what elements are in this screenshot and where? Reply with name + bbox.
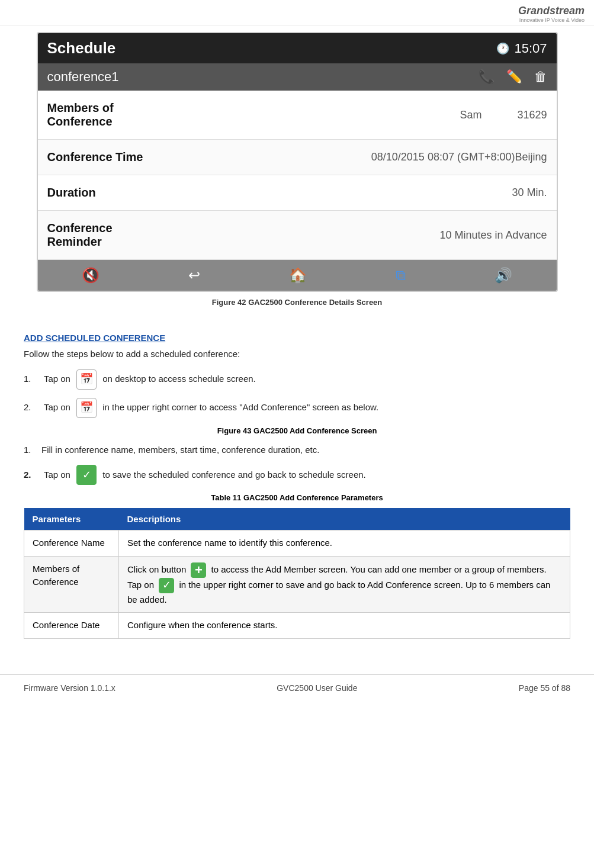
table-row-members: Members of Conference Click on button + …: [24, 556, 570, 613]
check-icon-box2: ✓: [159, 578, 174, 593]
conference-time-label: Conference Time: [47, 150, 143, 164]
page-footer: Firmware Version 1.0.1.x GVC2500 User Gu…: [0, 674, 594, 701]
bottom-nav: 🔇 ↩ 🏠 ⧉ 🔊: [38, 260, 557, 291]
screen-time: 15:07: [514, 41, 547, 56]
plus-symbol: +: [195, 560, 203, 580]
table-row-conference-name: Conference Name Set the conference name …: [24, 531, 570, 557]
edit-icon[interactable]: ✏️: [506, 69, 522, 85]
member-name: Sam: [460, 109, 481, 121]
param-conference-name: Conference Name: [24, 531, 119, 557]
footer-left: Firmware Version 1.0.1.x: [24, 683, 115, 693]
step-4: 2. Tap on ✓ to save the scheduled confer…: [24, 465, 570, 485]
param-conference-date: Conference Date: [24, 613, 119, 639]
members-value-area: Sam 31629: [460, 109, 547, 121]
conference-time-row: Conference Time 08/10/2015 08:07 (GMT+8:…: [38, 140, 557, 175]
conference-actions: 📞 ✏️ 🗑: [479, 69, 547, 85]
logo-area: Grandstream Innovative IP Voice & Video: [0, 0, 594, 26]
calendar-symbol-1: 📅: [80, 371, 93, 387]
step2-text-after: in the upper right corner to access "Add…: [100, 401, 378, 414]
members-row: Members of Conference Sam 31629: [38, 91, 557, 140]
screen-header: Schedule 🕐 15:07: [38, 33, 557, 63]
col-header-descriptions: Descriptions: [119, 508, 570, 531]
reminder-row: Conference Reminder 10 Minutes in Advanc…: [38, 211, 557, 260]
table-title: Table 11 GAC2500 Add Conference Paramete…: [24, 493, 570, 502]
step3-num: 1.: [24, 443, 41, 457]
footer-right: Page 55 of 88: [519, 683, 570, 693]
step-1: 1. Tap on 📅 on desktop to access schedul…: [24, 369, 570, 390]
desc-conference-name: Set the conference name to identify this…: [119, 531, 570, 557]
step-2: 2. Tap on 📅 in the upper right corner to…: [24, 398, 570, 418]
plus-icon-box: +: [191, 562, 206, 578]
step1-text-before: Tap on: [41, 372, 73, 386]
step1-text-after: on desktop to access schedule screen.: [100, 372, 256, 386]
volume-up-icon[interactable]: 🔊: [495, 267, 512, 284]
step4-text-after: to save the scheduled conference and go …: [100, 468, 366, 482]
step1-num: 1.: [24, 372, 41, 386]
table-row-conference-date: Conference Date Configure when the confe…: [24, 613, 570, 639]
delete-icon[interactable]: 🗑: [534, 69, 547, 85]
screen-title: Schedule: [47, 39, 116, 57]
volume-mute-icon[interactable]: 🔇: [82, 267, 99, 284]
duration-label: Duration: [47, 186, 96, 200]
reminder-label: Conference Reminder: [47, 221, 166, 249]
device-screen: Schedule 🕐 15:07 conference1 📞 ✏️ 🗑 Memb…: [37, 32, 558, 292]
desc-members-before: Click on button: [127, 564, 186, 574]
col-header-parameters: Parameters: [24, 508, 119, 531]
figure43-caption: Figure 43 GAC2500 Add Conference Screen: [24, 426, 570, 435]
back-icon[interactable]: ↩: [188, 267, 200, 284]
brand-name: Grandstream: [518, 5, 585, 17]
desc-members-after: in the upper right corner to save and go…: [127, 579, 550, 604]
intro-text: Follow the steps below to add a schedule…: [24, 348, 570, 361]
param-members: Members of Conference: [24, 556, 119, 613]
desc-members: Click on button + to access the Add Memb…: [119, 556, 570, 613]
section-heading: ADD SCHEDULED CONFERENCE: [24, 333, 570, 343]
step4-text-before: Tap on: [41, 468, 73, 482]
check-symbol2: ✓: [162, 577, 171, 593]
calendar-icon-2: 📅: [76, 398, 97, 418]
checkmark-icon: ✓: [76, 465, 97, 485]
phone-icon[interactable]: 📞: [479, 69, 495, 85]
duration-value: 30 Min.: [512, 187, 547, 199]
step4-num: 2.: [24, 468, 41, 482]
windows-icon[interactable]: ⧉: [396, 267, 406, 284]
doc-content: ADD SCHEDULED CONFERENCE Follow the step…: [0, 317, 594, 663]
figure42-caption: Figure 42 GAC2500 Conference Details Scr…: [0, 298, 594, 307]
step-3: 1. Fill in conference name, members, sta…: [24, 443, 570, 457]
reminder-value: 10 Minutes in Advance: [439, 229, 547, 242]
brand-tagline: Innovative IP Voice & Video: [518, 17, 585, 23]
calendar-symbol-2: 📅: [80, 400, 93, 416]
conference-bar: conference1 📞 ✏️ 🗑: [38, 63, 557, 91]
conference-time-value: 08/10/2015 08:07 (GMT+8:00)Beijing: [371, 151, 547, 163]
clock-icon: 🕐: [496, 42, 509, 55]
params-table: Parameters Descriptions Conference Name …: [24, 508, 570, 639]
duration-row: Duration 30 Min.: [38, 175, 557, 211]
screen-time-area: 🕐 15:07: [496, 41, 547, 56]
footer-center: GVC2500 User Guide: [277, 683, 357, 693]
desc-conference-date: Configure when the conference starts.: [119, 613, 570, 639]
step2-text-before: Tap on: [41, 401, 73, 414]
calendar-icon-1: 📅: [76, 369, 97, 390]
check-symbol: ✓: [82, 467, 91, 483]
step2-num: 2.: [24, 401, 41, 414]
members-label: Members of Conference: [47, 101, 166, 128]
home-icon[interactable]: 🏠: [289, 267, 307, 284]
conference-name: conference1: [47, 69, 119, 85]
step3-text: Fill in conference name, members, start …: [41, 443, 319, 457]
member-id: 31629: [517, 109, 547, 121]
